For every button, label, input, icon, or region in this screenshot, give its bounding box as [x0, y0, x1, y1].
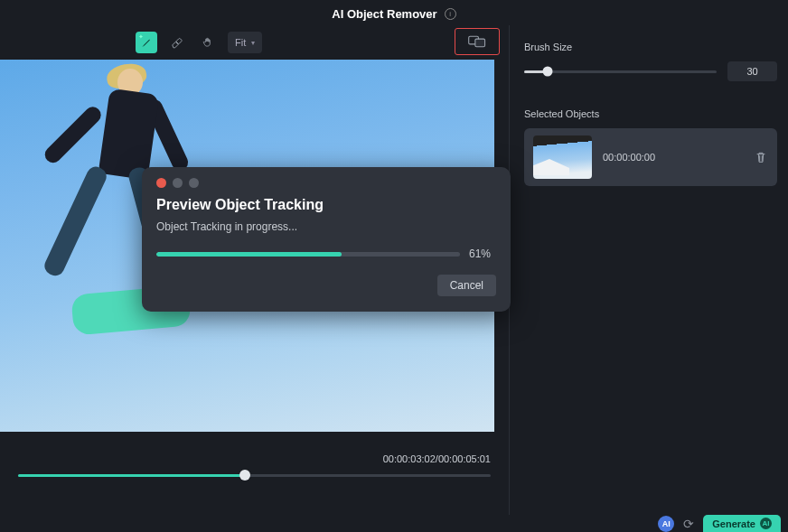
brush-size-label: Brush Size: [524, 42, 777, 52]
selected-object-item[interactable]: 00:00:00:00: [524, 128, 777, 186]
window-controls: [156, 178, 496, 188]
timeline-fill: [18, 474, 245, 477]
refresh-button[interactable]: ⟳: [683, 517, 694, 531]
maximize-window-button[interactable]: [189, 178, 199, 188]
progress-bar: [156, 252, 460, 257]
brush-size-slider[interactable]: [524, 64, 717, 79]
sparkle-icon: ✦: [138, 33, 144, 41]
fit-label: Fit: [235, 37, 246, 48]
ai-badge-icon[interactable]: AI: [658, 516, 674, 532]
progress-row: 61%: [156, 247, 496, 260]
brush-thumb[interactable]: [542, 67, 552, 77]
cancel-button[interactable]: Cancel: [437, 275, 496, 296]
eraser-tool-button[interactable]: [166, 32, 188, 53]
timecode: 00:00:03:02/00:00:05:01: [383, 453, 491, 464]
zoom-fit-select[interactable]: Fit ▾: [228, 32, 262, 53]
delete-object-button[interactable]: [754, 150, 768, 164]
progress-dialog: Preview Object Tracking Object Tracking …: [142, 167, 511, 312]
object-thumbnail: [533, 135, 592, 179]
toolbar: ✦ Fit ▾: [0, 25, 509, 60]
header: AI Object Remover i: [0, 0, 788, 25]
minimize-window-button[interactable]: [173, 178, 183, 188]
trash-icon: [754, 150, 768, 164]
ai-icon: AI: [760, 518, 772, 529]
selected-objects-label: Selected Objects: [524, 108, 777, 119]
compare-icon: [468, 35, 486, 48]
brush-size-value[interactable]: 30: [727, 61, 777, 81]
progress-fill: [156, 252, 342, 257]
hand-tool-button[interactable]: [197, 32, 219, 53]
timeline-track: [18, 474, 491, 477]
dialog-status: Object Tracking in progress...: [156, 220, 496, 233]
compare-toggle-button[interactable]: [455, 28, 500, 55]
brush-tool-button[interactable]: ✦: [136, 32, 157, 53]
timeline-slider[interactable]: [18, 468, 491, 482]
hand-icon: [202, 36, 214, 49]
svg-rect-1: [475, 39, 485, 47]
timeline-thumb[interactable]: [239, 470, 250, 481]
chevron-down-icon: ▾: [251, 39, 255, 47]
footer-bar: AI ⟳ Generate AI: [658, 515, 788, 532]
eraser-icon: [171, 36, 183, 49]
object-timecode: 00:00:00:00: [603, 152, 743, 163]
close-window-button[interactable]: [156, 178, 166, 188]
timeline: 00:00:03:02/00:00:05:01: [0, 432, 509, 504]
info-icon[interactable]: i: [445, 8, 456, 20]
page-title: AI Object Remover: [332, 7, 436, 21]
dialog-title: Preview Object Tracking: [156, 197, 496, 213]
toolbar-tools: ✦ Fit ▾: [136, 32, 262, 53]
progress-percent: 61%: [469, 247, 496, 260]
brush-size-control: 30: [524, 61, 777, 81]
generate-button[interactable]: Generate AI: [703, 515, 781, 532]
right-panel: Brush Size 30 Selected Objects 00:00:00:…: [509, 25, 788, 515]
